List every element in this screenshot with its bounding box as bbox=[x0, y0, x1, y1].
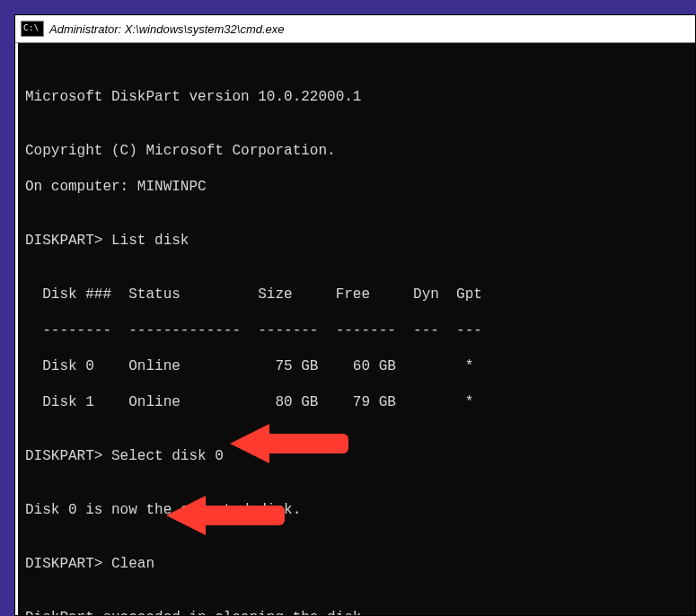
term-line: Disk 0 Online 75 GB 60 GB * bbox=[25, 357, 695, 375]
term-line: DiskPart succeeded in cleaning the disk. bbox=[25, 609, 695, 615]
term-line: Disk ### Status Size Free Dyn Gpt bbox=[25, 286, 695, 304]
term-line: DISKPART> Select disk 0 bbox=[25, 447, 695, 465]
term-line: Copyright (C) Microsoft Corporation. bbox=[25, 142, 695, 160]
window-title: Administrator: X:\windows\system32\cmd.e… bbox=[49, 22, 285, 36]
cmd-icon: C:\ bbox=[21, 21, 44, 37]
term-line: -------- ------------- ------- ------- -… bbox=[25, 321, 695, 339]
terminal-output[interactable]: Microsoft DiskPart version 10.0.22000.1 … bbox=[18, 43, 695, 615]
term-line: Disk 0 is now the selected disk. bbox=[25, 501, 695, 519]
term-line: Disk 1 Online 80 GB 79 GB * bbox=[25, 393, 695, 411]
cmd-window: C:\ Administrator: X:\windows\system32\c… bbox=[14, 14, 696, 616]
titlebar[interactable]: C:\ Administrator: X:\windows\system32\c… bbox=[15, 15, 695, 43]
term-line: DISKPART> Clean bbox=[25, 555, 695, 573]
term-line: DISKPART> List disk bbox=[25, 232, 695, 250]
term-line: On computer: MINWINPC bbox=[25, 178, 695, 196]
term-line: Microsoft DiskPart version 10.0.22000.1 bbox=[25, 88, 695, 106]
